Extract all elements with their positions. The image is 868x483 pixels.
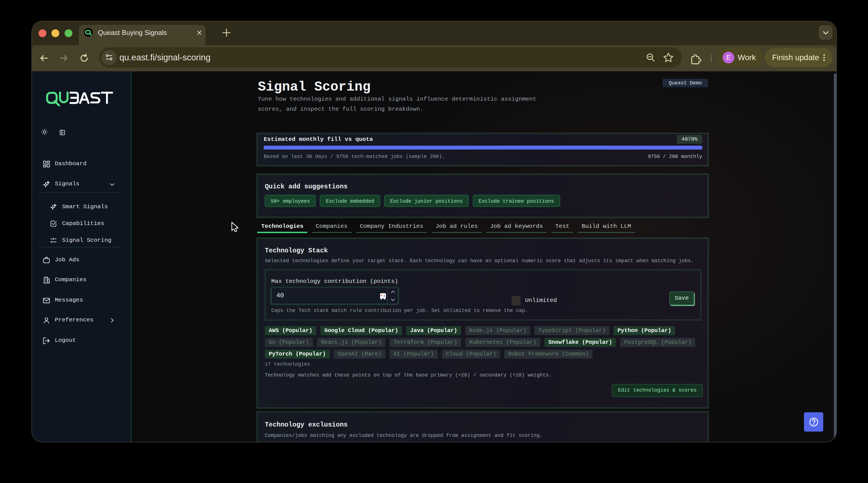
svg-text:*: * [380, 293, 382, 298]
